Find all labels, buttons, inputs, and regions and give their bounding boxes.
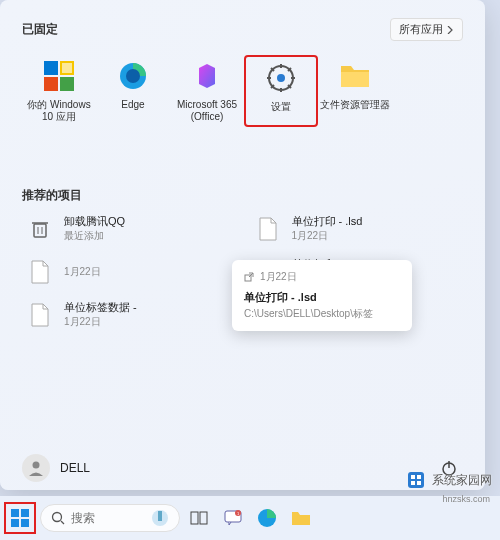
svg-rect-31 (11, 519, 19, 527)
svg-rect-44 (411, 475, 415, 479)
all-apps-button[interactable]: 所有应用 (390, 18, 463, 41)
start-button[interactable] (4, 502, 36, 534)
svg-rect-37 (191, 512, 198, 524)
pinned-title: 已固定 (22, 21, 58, 38)
office-icon (190, 59, 224, 93)
trash-icon (26, 215, 54, 243)
search-icon (51, 511, 65, 525)
tooltip-title: 单位打印 - .lsd (244, 290, 400, 305)
rec-item[interactable]: 1月22日 (22, 251, 236, 292)
app-label: 设置 (271, 101, 291, 113)
rec-text: 卸载腾讯QQ 最近添加 (64, 214, 125, 243)
svg-point-26 (33, 462, 40, 469)
taskbar-search[interactable] (40, 504, 180, 532)
taskbar-task-view[interactable] (184, 503, 214, 533)
file-explorer-icon (338, 59, 372, 93)
taskbar-file-explorer[interactable] (286, 503, 316, 533)
svg-rect-4 (62, 63, 72, 73)
recommended-title: 推荐的项目 (22, 187, 463, 204)
app-label: Edge (121, 99, 144, 111)
external-link-icon (244, 272, 254, 282)
tooltip-path: C:\Users\DELL\Desktop\标签 (244, 307, 400, 321)
svg-rect-45 (417, 475, 421, 479)
pinned-apps-grid: 你的 Windows 10 应用 Edge Microsoft 365 (Off… (22, 55, 463, 127)
search-accent-icon (151, 509, 169, 527)
app-label: 你的 Windows 10 应用 (24, 99, 94, 123)
taskbar-edge[interactable] (252, 503, 282, 533)
pinned-header: 已固定 所有应用 (22, 18, 463, 41)
app-label: Microsoft 365 (Office) (172, 99, 242, 123)
rec-sub: 1月22日 (64, 265, 101, 279)
svg-rect-38 (200, 512, 207, 524)
settings-icon (264, 61, 298, 95)
windows-icon (10, 508, 30, 528)
rec-text: 1月22日 (64, 265, 101, 279)
page-icon (254, 215, 282, 243)
page-icon (26, 258, 54, 286)
app-office[interactable]: Microsoft 365 (Office) (170, 55, 244, 127)
watermark-logo-icon (406, 470, 426, 490)
app-label: 文件资源管理器 (320, 99, 390, 111)
app-edge[interactable]: Edge (96, 55, 170, 127)
svg-rect-47 (417, 481, 421, 485)
edge-icon (116, 59, 150, 93)
rec-sub: 1月22日 (64, 315, 137, 329)
svg-rect-3 (60, 77, 74, 91)
avatar (22, 454, 50, 482)
svg-point-33 (53, 513, 62, 522)
user-bar: DELL (22, 454, 463, 482)
svg-rect-43 (408, 472, 424, 488)
taskbar: 1 (0, 496, 500, 540)
svg-rect-29 (11, 509, 19, 517)
rec-text: 单位打印 - .lsd 1月22日 (292, 214, 363, 243)
svg-line-34 (61, 521, 64, 524)
taskbar-chat[interactable]: 1 (218, 503, 248, 533)
svg-rect-46 (411, 481, 415, 485)
page-icon (26, 301, 54, 329)
username: DELL (60, 461, 90, 475)
app-file-explorer[interactable]: 文件资源管理器 (318, 55, 392, 127)
rec-name: 卸载腾讯QQ (64, 214, 125, 229)
win10-tile-icon (42, 59, 76, 93)
tooltip-date: 1月22日 (244, 270, 400, 284)
rec-name: 单位标签数据 - (64, 300, 137, 315)
rec-sub: 最近添加 (64, 229, 125, 243)
svg-point-6 (126, 69, 140, 83)
svg-rect-17 (341, 72, 369, 87)
rec-item[interactable]: 卸载腾讯QQ 最近添加 (22, 208, 236, 249)
svg-rect-0 (44, 61, 58, 75)
start-menu: 已固定 所有应用 你的 Windows 10 应用 Edge Microsoft… (0, 0, 485, 490)
app-win10[interactable]: 你的 Windows 10 应用 (22, 55, 96, 127)
watermark-sub: hnzsks.com (442, 494, 490, 504)
app-settings[interactable]: 设置 (244, 55, 318, 127)
svg-rect-36 (158, 511, 162, 521)
search-input[interactable] (71, 511, 145, 525)
rec-text: 单位标签数据 - 1月22日 (64, 300, 137, 329)
watermark-title: 系统家园网 (432, 472, 492, 489)
svg-rect-32 (21, 519, 29, 527)
rec-sub: 1月22日 (292, 229, 363, 243)
watermark: 系统家园网 (406, 470, 492, 490)
rec-item[interactable]: 单位标签数据 - 1月22日 (22, 294, 236, 335)
svg-rect-18 (34, 224, 46, 237)
all-apps-label: 所有应用 (399, 22, 443, 37)
svg-rect-2 (44, 77, 58, 91)
user-account-button[interactable]: DELL (22, 454, 90, 482)
rec-name: 单位打印 - .lsd (292, 214, 363, 229)
chevron-right-icon (446, 26, 454, 34)
svg-rect-30 (21, 509, 29, 517)
rec-item-tooltip: 1月22日 单位打印 - .lsd C:\Users\DELL\Desktop\… (232, 260, 412, 331)
svg-point-8 (277, 74, 285, 82)
rec-item[interactable]: 单位打印 - .lsd 1月22日 (250, 208, 464, 249)
